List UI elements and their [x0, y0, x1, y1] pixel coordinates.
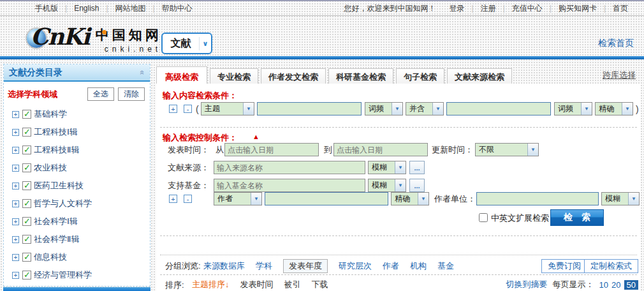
author-name-input[interactable] [265, 192, 388, 205]
fund-name-input[interactable] [214, 179, 365, 192]
per-page-option[interactable]: 50 [624, 280, 638, 290]
free-subscribe-button[interactable]: 免费订阅 [541, 259, 587, 273]
cross-db-select-link[interactable]: 跨库选择 [603, 70, 636, 81]
source-name-input[interactable] [214, 161, 365, 174]
add-row-button[interactable]: + [169, 105, 177, 113]
link-english[interactable]: English [67, 4, 106, 13]
word-frequency-select-2[interactable]: 词频 ▼ [554, 102, 592, 116]
per-page-option[interactable]: 20 [611, 280, 620, 290]
category-checkbox-checked[interactable] [22, 163, 31, 172]
search-tab[interactable]: 文献来源检索 [447, 68, 512, 86]
search-home-link[interactable]: 检索首页 [598, 38, 634, 49]
group-item[interactable]: 机构 [410, 259, 427, 273]
expand-plus-icon[interactable] [12, 183, 19, 190]
chevron-down-icon[interactable]: ∨ [199, 37, 211, 50]
link-login[interactable]: 登录 [443, 3, 472, 14]
expand-plus-icon[interactable] [12, 200, 19, 207]
author-unit-match-select[interactable]: 模糊 ▼ [601, 192, 640, 205]
search-term-input-2[interactable] [446, 102, 551, 116]
select-all-button[interactable]: 全选 [87, 87, 114, 101]
expand-plus-icon[interactable] [12, 254, 19, 261]
expand-plus-icon[interactable] [12, 129, 19, 136]
group-item[interactable]: 学科 [256, 259, 272, 273]
category-checkbox-checked[interactable] [22, 235, 31, 244]
author-field-select[interactable]: 作者 ▼ [214, 192, 262, 205]
category-item[interactable]: 经济与管理科学 [4, 266, 150, 284]
fund-match-select[interactable]: 模糊 ▼ [368, 179, 406, 192]
remove-row-button[interactable]: - [184, 105, 192, 113]
cn-en-extend-checkbox[interactable] [479, 213, 488, 222]
fund-browse-button[interactable]: ... [409, 179, 425, 192]
group-item[interactable]: 基金 [437, 259, 454, 273]
clear-button[interactable]: 清除 [118, 87, 145, 101]
category-checkbox-checked[interactable] [22, 271, 31, 280]
expand-plus-icon[interactable] [12, 147, 19, 154]
switch-to-abstract-link[interactable]: 切换到摘要 [506, 279, 548, 290]
match-mode-select[interactable]: 精确 ▼ [595, 102, 633, 116]
collapse-triangle-icon[interactable]: ▲ [252, 133, 260, 140]
dropdown-arrow-icon[interactable]: ▼ [628, 193, 639, 205]
link-sitemap[interactable]: 网站地图 [108, 3, 153, 14]
category-item[interactable]: 社会科学Ⅰ辑 [4, 213, 150, 230]
dropdown-arrow-icon[interactable]: ▼ [527, 144, 538, 156]
category-item[interactable]: 哲学与人文科学 [4, 195, 150, 213]
link-help-center[interactable]: 帮助中心 [155, 3, 200, 14]
source-browse-button[interactable]: ... [409, 161, 425, 174]
category-checkbox-checked[interactable] [22, 181, 31, 190]
dropdown-arrow-icon[interactable]: ▼ [251, 193, 261, 205]
category-checkbox-checked[interactable] [22, 146, 31, 154]
dropdown-arrow-icon[interactable]: ▼ [432, 103, 443, 115]
author-unit-input[interactable] [476, 192, 599, 205]
add-author-row-button[interactable]: + [169, 195, 177, 203]
expand-plus-icon[interactable] [12, 218, 19, 225]
cnki-logo[interactable]: CnKi 中国知网 cnki.net [27, 22, 162, 54]
search-tab[interactable]: 作者发文检索 [261, 68, 326, 86]
category-item[interactable]: 工程科技Ⅰ辑 [4, 123, 150, 141]
dropdown-arrow-icon[interactable]: ▼ [581, 103, 592, 115]
category-item[interactable]: 基础科学 [4, 105, 150, 123]
search-button[interactable]: 检 索 [550, 209, 604, 226]
category-item[interactable]: 信息科技 [4, 248, 150, 266]
category-item[interactable]: 社会科学Ⅱ辑 [4, 230, 150, 248]
sort-item[interactable]: 主题排序↓ [192, 279, 230, 290]
next-panel-header-strip[interactable] [3, 287, 150, 291]
dropdown-arrow-icon[interactable]: ▼ [392, 103, 402, 115]
dropdown-arrow-icon[interactable]: ▼ [395, 179, 406, 191]
expand-plus-icon[interactable] [12, 111, 19, 118]
remove-author-row-button[interactable]: - [184, 195, 192, 203]
dropdown-arrow-icon[interactable]: ▼ [622, 103, 633, 115]
category-checkbox-checked[interactable] [22, 217, 31, 226]
category-item[interactable]: 医药卫生科技 [4, 177, 150, 195]
collapse-chevrons-icon[interactable]: « [138, 70, 147, 75]
category-checkbox-checked[interactable] [22, 253, 31, 262]
date-from-input[interactable] [224, 143, 319, 156]
source-match-select[interactable]: 模糊 ▼ [368, 161, 406, 174]
scope-dropdown-button[interactable]: 文献 ∨ [161, 33, 212, 54]
search-tab[interactable]: 专业检索 [210, 68, 258, 86]
category-item[interactable]: 农业科技 [4, 159, 150, 177]
expand-plus-icon[interactable] [12, 236, 19, 243]
link-recharge-center[interactable]: 充值中心 [505, 3, 550, 14]
expand-plus-icon[interactable] [12, 272, 19, 279]
sort-item[interactable]: 发表时间↓ [240, 279, 274, 290]
update-time-select[interactable]: 不限 ▼ [475, 143, 539, 156]
dropdown-arrow-icon[interactable]: ▼ [243, 103, 254, 115]
group-item[interactable]: 研究层次 [339, 259, 372, 273]
group-item[interactable]: 来源数据库 [203, 259, 245, 273]
link-home[interactable]: 首页 [606, 3, 635, 14]
sort-item[interactable]: 下载↓ [312, 279, 328, 290]
category-checkbox-checked[interactable] [22, 128, 31, 137]
dropdown-arrow-icon[interactable]: ▼ [418, 193, 428, 205]
search-tab[interactable]: 科研基金检索 [328, 68, 393, 86]
sort-item[interactable]: 被引↓ [284, 279, 301, 290]
category-checkbox-checked[interactable] [22, 110, 31, 119]
dropdown-arrow-icon[interactable]: ▼ [395, 161, 406, 174]
date-to-input[interactable] [333, 143, 428, 156]
link-buy-cnki-card[interactable]: 购买知网卡 [552, 3, 604, 14]
operator-select[interactable]: 并含 ▼ [406, 102, 444, 116]
search-term-input-1[interactable] [257, 102, 362, 116]
author-match-select[interactable]: 精确 ▼ [391, 192, 429, 205]
group-item[interactable]: 作者 [383, 259, 399, 273]
custom-search-button[interactable]: 定制检索式 [584, 259, 638, 273]
search-tab[interactable]: 句子检索 [396, 68, 444, 86]
